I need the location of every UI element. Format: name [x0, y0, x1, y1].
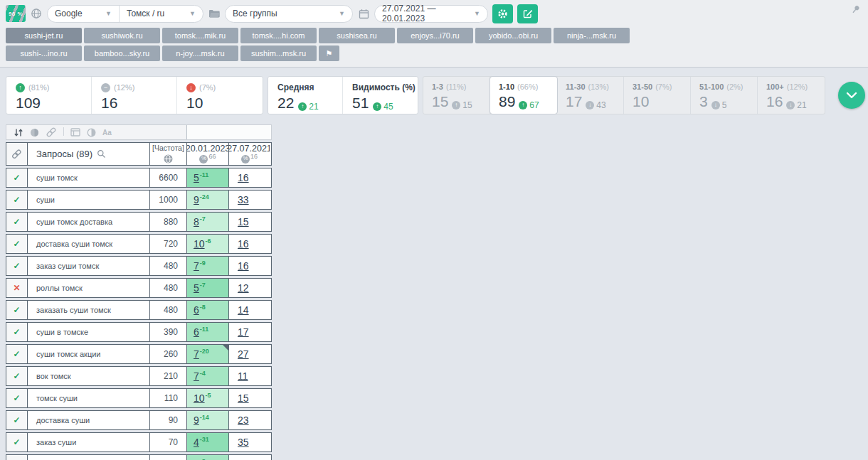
- text-format-icon[interactable]: Aa: [102, 129, 112, 137]
- position-link[interactable]: 10: [194, 392, 205, 404]
- date-range-select[interactable]: 27.07.2021 — 20.01.2023 ▼: [375, 6, 487, 22]
- dot-icon[interactable]: [30, 128, 39, 137]
- query-cell[interactable]: вок томск: [28, 367, 150, 385]
- status-cell[interactable]: ✓: [6, 389, 28, 407]
- position-link[interactable]: 9: [194, 194, 199, 205]
- site-tab[interactable]: sushi-jet.ru: [6, 28, 82, 43]
- site-tab[interactable]: sushim...msk.ru: [240, 46, 317, 61]
- bucket-card-1-3[interactable]: 1-3(11%)15↑15: [423, 77, 490, 114]
- position-cell: 5-11: [187, 169, 229, 187]
- site-tab[interactable]: sushisea.ru: [319, 28, 395, 43]
- query-cell[interactable]: доставка суши: [28, 411, 150, 429]
- site-tab[interactable]: sushiwok.ru: [84, 28, 160, 43]
- site-tab[interactable]: tomsk....mik.ru: [162, 28, 238, 43]
- status-cell[interactable]: ✓: [6, 323, 28, 341]
- status-cell[interactable]: ✓: [6, 455, 28, 460]
- position-link[interactable]: 4: [194, 437, 199, 448]
- query-cell[interactable]: суши томск акции: [28, 345, 150, 363]
- table-row: ✓заказать суши707-815: [6, 454, 272, 460]
- bucket-card-11-30[interactable]: 11-30(13%)17↓43: [557, 77, 624, 114]
- old-position-link[interactable]: 15: [238, 216, 249, 228]
- query-cell[interactable]: суши томск доставка: [28, 213, 150, 231]
- contrast-icon[interactable]: [87, 128, 96, 137]
- site-tab[interactable]: bamboo...sky.ru: [84, 46, 160, 61]
- position-link[interactable]: 7: [194, 348, 199, 360]
- export-report-button[interactable]: [517, 4, 538, 23]
- old-position-link[interactable]: 15: [238, 392, 249, 404]
- bucket-card-1-10[interactable]: 1-10(66%)89↑67: [490, 77, 557, 114]
- position-link[interactable]: 5: [194, 282, 199, 294]
- panel-icon[interactable]: [70, 128, 80, 137]
- table-row: ✓суши в томске3906-1117: [6, 322, 272, 342]
- link-icon[interactable]: [46, 127, 57, 137]
- query-cell[interactable]: заказ суши томск: [28, 257, 150, 275]
- bucket-card-31-50[interactable]: 31-50(7%)10: [624, 77, 691, 114]
- position-link[interactable]: 10: [194, 238, 205, 250]
- region-select[interactable]: Томск / ru ▼: [119, 6, 203, 22]
- status-cell[interactable]: ✓: [6, 433, 28, 451]
- search-engine-select[interactable]: Google ▼: [48, 6, 119, 22]
- status-cell[interactable]: ✓: [6, 235, 28, 253]
- group-select[interactable]: Все группы ▼: [226, 6, 352, 22]
- old-date-column-header[interactable]: 27.07.2021 % 16: [229, 143, 270, 165]
- old-position-link[interactable]: 35: [238, 437, 249, 448]
- frequency-column-header[interactable]: [Частота]: [150, 143, 187, 165]
- search-icon[interactable]: [97, 149, 106, 159]
- flag-button[interactable]: ⚑: [319, 46, 339, 61]
- links-column-header[interactable]: [6, 143, 28, 165]
- old-position-link[interactable]: 12: [238, 282, 249, 294]
- query-cell[interactable]: роллы томск: [28, 279, 150, 297]
- status-cell[interactable]: ✓: [6, 411, 28, 429]
- settings-button[interactable]: [492, 4, 513, 23]
- status-cell[interactable]: ✓: [6, 257, 28, 275]
- old-position-link[interactable]: 16: [238, 238, 249, 250]
- position-link[interactable]: 6: [194, 326, 199, 338]
- frequency-cell: 480: [150, 301, 187, 319]
- query-cell[interactable]: суши томск: [28, 169, 150, 187]
- summary-row: ↑(81%)109−(12%)16↓(7%)10 Средняя22↑21Вид…: [6, 76, 862, 114]
- site-tab[interactable]: n-joy....msk.ru: [162, 46, 238, 61]
- query-cell[interactable]: заказать суши: [28, 455, 150, 460]
- status-cell[interactable]: ✓: [6, 301, 28, 319]
- site-tab[interactable]: sushi-...ino.ru: [6, 46, 82, 61]
- frequency-cell: 260: [150, 345, 187, 363]
- old-position-link[interactable]: 14: [238, 304, 249, 316]
- site-tab[interactable]: enjoys...i70.ru: [397, 28, 473, 43]
- old-position-link[interactable]: 16: [238, 260, 249, 272]
- old-position-link[interactable]: 11: [238, 370, 248, 382]
- position-link[interactable]: 6: [194, 304, 199, 316]
- query-cell[interactable]: заказать суши томск: [28, 301, 150, 319]
- query-cell[interactable]: доставка суши томск: [28, 235, 150, 253]
- status-cell[interactable]: ✕: [6, 279, 28, 297]
- site-tab[interactable]: yobido...obi.ru: [475, 28, 551, 43]
- status-cell[interactable]: ✓: [6, 213, 28, 231]
- old-position-link[interactable]: 33: [238, 194, 249, 205]
- old-position-link[interactable]: 23: [238, 414, 249, 426]
- position-link[interactable]: 5: [194, 172, 199, 183]
- status-cell[interactable]: ✓: [6, 345, 28, 363]
- bucket-card-51-100[interactable]: 51-100(2%)3↓5: [691, 77, 758, 114]
- position-link[interactable]: 9: [194, 414, 199, 426]
- position-link[interactable]: 7: [194, 260, 199, 272]
- queries-column-header[interactable]: Запросы (89): [28, 143, 150, 165]
- site-tabs-row: sushi-...ino.rubamboo...sky.run-joy....m…: [6, 46, 862, 61]
- bucket-card-100+[interactable]: 100+(12%)16↓21: [758, 77, 825, 114]
- status-cell[interactable]: ✓: [6, 191, 28, 209]
- status-cell[interactable]: ✓: [6, 367, 28, 385]
- status-cell[interactable]: ✓: [6, 169, 28, 187]
- expand-summary-button[interactable]: [838, 82, 865, 109]
- query-cell[interactable]: суши в томске: [28, 323, 150, 341]
- site-tab[interactable]: tomsk....hi.com: [240, 28, 317, 43]
- pin-icon[interactable]: [850, 4, 861, 18]
- old-position-link[interactable]: 17: [238, 326, 249, 338]
- new-date-column-header[interactable]: 20.01.2023 % 66: [187, 143, 229, 165]
- position-link[interactable]: 8: [194, 216, 199, 228]
- site-tab[interactable]: ninja-...msk.ru: [554, 28, 630, 43]
- query-cell[interactable]: заказ суши: [28, 433, 150, 451]
- old-position-link[interactable]: 27: [238, 348, 249, 360]
- sort-icon[interactable]: [14, 128, 23, 137]
- position-link[interactable]: 7: [194, 370, 199, 382]
- query-cell[interactable]: томск суши: [28, 389, 150, 407]
- old-position-link[interactable]: 16: [238, 172, 249, 183]
- query-cell[interactable]: суши: [28, 191, 150, 209]
